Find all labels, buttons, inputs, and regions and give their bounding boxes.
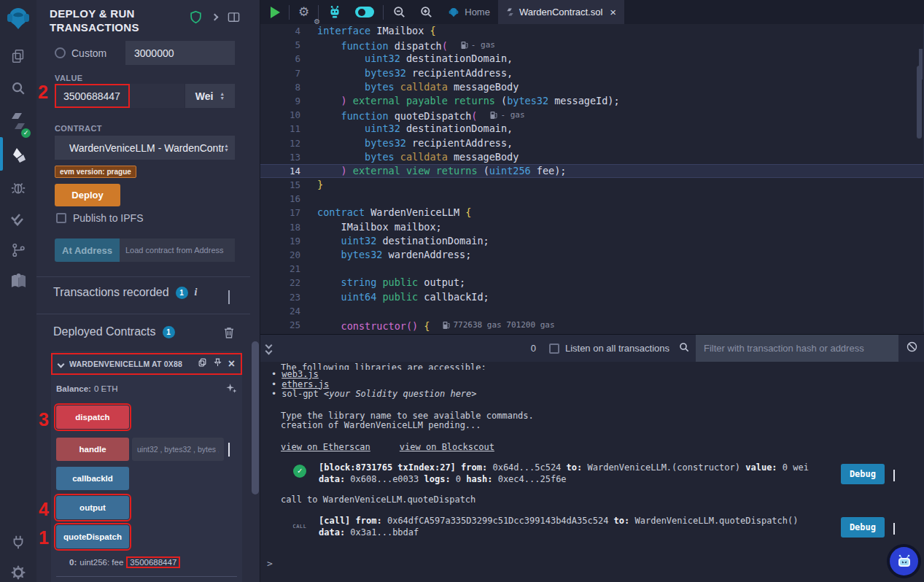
unit-testing-icon[interactable] bbox=[0, 207, 36, 232]
debug-button[interactable]: Debug bbox=[841, 517, 885, 538]
code-line[interactable]: 5 function dispatch(- gas bbox=[260, 38, 923, 52]
code-line[interactable]: 25 constructor() {772638 gas 701200 gas bbox=[260, 318, 923, 332]
copy-address-icon[interactable] bbox=[198, 357, 207, 370]
terminal-prompt[interactable]: > bbox=[267, 558, 273, 569]
contract-select[interactable]: WardenVeniceLLM - WardenContra ▲▼ bbox=[55, 136, 235, 160]
deployed-contract-header[interactable]: WARDENVENICELLM AT 0X88 × bbox=[51, 353, 242, 375]
clear-deployed-trash-icon[interactable] bbox=[224, 327, 234, 341]
zoom-in-icon[interactable] bbox=[413, 0, 440, 24]
tab-warden-contract[interactable]: WardenContract.sol × bbox=[498, 0, 624, 24]
clear-console-icon[interactable] bbox=[906, 341, 918, 356]
terminal-search-icon[interactable] bbox=[678, 341, 690, 356]
sparkles-icon[interactable] bbox=[225, 382, 237, 395]
compile-settings-icon[interactable]: ⚙⚙ bbox=[292, 0, 316, 24]
code-line[interactable]: 21 bbox=[260, 262, 923, 276]
zoom-out-icon[interactable] bbox=[386, 0, 413, 24]
file-explorer-icon[interactable] bbox=[0, 44, 36, 69]
function-row: dispatch bbox=[56, 406, 129, 429]
code-line[interactable]: 6 uint32 destinationDomain, bbox=[260, 52, 923, 66]
debug-button[interactable]: Debug bbox=[841, 464, 885, 484]
terminal-link[interactable]: web3.js bbox=[282, 369, 319, 379]
debugger-icon[interactable] bbox=[0, 175, 36, 200]
balance-label: Balance: bbox=[56, 384, 91, 393]
code-line[interactable]: 18 IMailbox mailbox; bbox=[260, 220, 923, 234]
code-line[interactable]: 10 function quoteDispatch(- gas bbox=[260, 108, 923, 122]
transactions-expand-icon[interactable] bbox=[228, 290, 230, 303]
tab-home[interactable]: Home bbox=[440, 0, 498, 24]
code-line[interactable]: 16 bbox=[260, 192, 923, 206]
function-handle-params-input[interactable] bbox=[132, 438, 224, 461]
code-line[interactable]: 17contract WardenVeniceLLM { bbox=[260, 206, 923, 220]
code-line[interactable]: 4interface IMailbox { bbox=[260, 24, 923, 38]
panel-scrollbar[interactable] bbox=[250, 0, 260, 582]
terminal-link[interactable]: ethers.js bbox=[282, 379, 329, 389]
transactions-recorded-row[interactable]: Transactions recorded 1 i bbox=[53, 286, 236, 299]
expand-transaction-icon[interactable] bbox=[893, 470, 895, 480]
deploy-and-run-icon[interactable] bbox=[0, 143, 36, 168]
code-line[interactable]: 20 bytes32 wardenAddress; bbox=[260, 248, 923, 262]
info-icon[interactable]: i bbox=[195, 287, 198, 298]
deploy-button[interactable]: Deploy bbox=[55, 184, 120, 206]
line-number: 18 bbox=[260, 220, 300, 234]
publish-ipfs-checkbox[interactable] bbox=[56, 213, 66, 223]
remove-contract-icon[interactable]: × bbox=[228, 357, 235, 370]
explorer-link[interactable]: view on Blockscout bbox=[400, 442, 494, 452]
function-handle-button[interactable]: handle bbox=[56, 438, 129, 461]
function-output-button[interactable]: output bbox=[56, 496, 129, 519]
git-icon[interactable] bbox=[0, 238, 36, 263]
learneth-icon[interactable] bbox=[0, 268, 36, 293]
pin-panel-icon[interactable] bbox=[228, 12, 240, 23]
code-line[interactable]: 15} bbox=[260, 178, 923, 192]
at-address-input[interactable] bbox=[120, 238, 235, 262]
at-address-button[interactable]: At Address bbox=[55, 238, 120, 262]
code-line[interactable]: 19 uint32 destinationDomain; bbox=[260, 234, 923, 248]
gas-limit-input[interactable] bbox=[125, 41, 235, 65]
deploy-run-panel: DEPLOY & RUN TRANSACTIONS Custom VALUE W… bbox=[36, 0, 250, 582]
function-callbackId-button[interactable]: callbackId bbox=[56, 467, 129, 490]
code-line[interactable]: 24 bbox=[260, 304, 923, 318]
code-line[interactable]: 14 ) external view returns (uint256 fee)… bbox=[260, 164, 923, 178]
terminal-filter-input[interactable] bbox=[696, 335, 898, 362]
code-line[interactable]: 22 string public output; bbox=[260, 276, 923, 290]
value-unit-select[interactable]: Wei ▲▼ bbox=[185, 84, 235, 108]
function-dispatch-button[interactable]: dispatch bbox=[56, 406, 129, 429]
terminal-line: The following libraries are accessible: bbox=[281, 363, 924, 370]
listen-all-checkbox[interactable] bbox=[549, 344, 559, 354]
balance-value: 0 ETH bbox=[94, 384, 118, 393]
pin-contract-icon[interactable] bbox=[213, 357, 222, 370]
search-icon[interactable] bbox=[0, 76, 36, 101]
expand-function-icon[interactable] bbox=[228, 443, 230, 456]
settings-icon[interactable] bbox=[0, 560, 36, 582]
function-quoteDispatch-button[interactable]: quoteDispatch bbox=[56, 525, 129, 548]
terminal-scrollbar-thumb[interactable] bbox=[917, 66, 922, 139]
transactions-count-badge: 1 bbox=[176, 287, 188, 299]
panel-scrollbar-thumb[interactable] bbox=[252, 341, 259, 494]
collapse-panel-icon[interactable] bbox=[211, 14, 219, 21]
code-line[interactable]: 12 bytes32 recipientAddress, bbox=[260, 136, 923, 150]
solidity-compiler-icon[interactable]: ✓ bbox=[0, 106, 36, 136]
plugin-manager-icon[interactable] bbox=[0, 529, 36, 554]
expand-terminal-icon[interactable] bbox=[266, 343, 271, 354]
run-script-button[interactable] bbox=[260, 0, 287, 24]
expand-transaction-icon[interactable] bbox=[893, 523, 895, 533]
code-line[interactable]: 11 uint32 destinationDomain, bbox=[260, 122, 923, 136]
code-line[interactable]: 7 bytes32 recipientAddress, bbox=[260, 66, 923, 80]
line-number: 12 bbox=[260, 136, 300, 150]
value-input[interactable] bbox=[55, 84, 185, 108]
remix-logo-icon[interactable] bbox=[0, 3, 36, 34]
ai-assistant-button[interactable] bbox=[887, 544, 921, 578]
ai-toggle[interactable] bbox=[349, 0, 381, 24]
code-line[interactable]: 8 bytes calldata messageBody bbox=[260, 80, 923, 94]
code-line[interactable]: 23 uint64 public callbackId; bbox=[260, 290, 923, 304]
close-tab-icon[interactable]: × bbox=[610, 6, 616, 18]
explorer-link[interactable]: view on Etherscan bbox=[281, 442, 370, 452]
function-row: callbackId bbox=[56, 467, 129, 490]
code-editor[interactable]: 4interface IMailbox {5 function dispatch… bbox=[260, 24, 924, 332]
ai-robot-icon[interactable] bbox=[321, 0, 349, 24]
environment-shield-icon[interactable] bbox=[190, 10, 202, 24]
terminal-output[interactable]: The following libraries are accessible:w… bbox=[260, 362, 924, 582]
code-line[interactable]: 13 bytes calldata messageBody bbox=[260, 150, 923, 164]
custom-gas-radio[interactable] bbox=[55, 47, 66, 58]
code-line[interactable]: 9 ) external payable returns (bytes32 me… bbox=[260, 94, 923, 108]
line-number: 6 bbox=[260, 52, 300, 66]
